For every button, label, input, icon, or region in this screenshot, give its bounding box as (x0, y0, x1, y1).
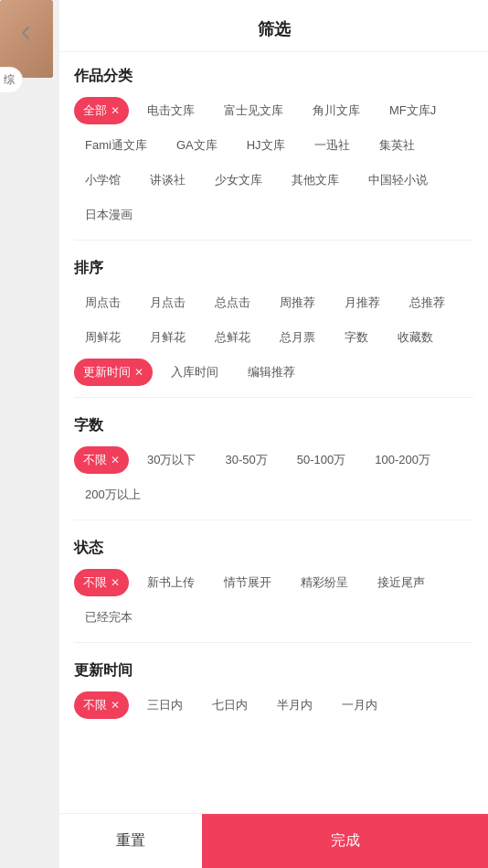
tag-入库时间[interactable]: 入库时间 (160, 359, 229, 386)
sort-tags: 周点击 月点击 总点击 周推荐 月推荐 总推荐 周鲜花 月鲜花 总鲜花 总月票 … (74, 289, 473, 386)
tag-时间不限[interactable]: 不限 ✕ (74, 691, 129, 719)
back-button[interactable] (9, 16, 42, 49)
tag-一月内[interactable]: 一月内 (331, 691, 388, 719)
status-title: 状态 (74, 539, 473, 558)
divider-4 (74, 642, 473, 643)
tag-角川文库[interactable]: 角川文库 (302, 97, 371, 124)
update-time-title: 更新时间 (74, 661, 473, 680)
tag-hj文库[interactable]: HJ文库 (236, 132, 296, 159)
tag-周鲜花[interactable]: 周鲜花 (74, 324, 132, 351)
tag-小学馆[interactable]: 小学馆 (74, 166, 132, 194)
tag-close-icon-3: ✕ (111, 454, 120, 466)
status-tags: 不限 ✕ 新书上传 情节展开 精彩纷呈 接近尾声 已经完本 (74, 569, 473, 631)
tag-月推荐[interactable]: 月推荐 (334, 289, 391, 316)
update-time-section: 更新时间 不限 ✕ 三日内 七日内 半月内 一月内 (74, 647, 473, 726)
tag-编辑推荐[interactable]: 编辑推荐 (237, 359, 306, 386)
tag-close-icon-2: ✕ (134, 366, 143, 379)
tag-close-icon-4: ✕ (111, 576, 120, 589)
update-time-tags: 不限 ✕ 三日内 七日内 半月内 一月内 (74, 691, 473, 719)
sort-title: 排序 (74, 259, 473, 278)
tag-周点击[interactable]: 周点击 (74, 289, 132, 316)
tag-中国轻小说[interactable]: 中国轻小说 (357, 166, 439, 194)
tag-半月内[interactable]: 半月内 (266, 691, 324, 719)
tag-一迅社[interactable]: 一迅社 (303, 132, 361, 159)
tag-少女文库[interactable]: 少女文库 (204, 166, 273, 194)
reset-button[interactable]: 重置 (59, 814, 202, 868)
tag-讲谈社[interactable]: 讲谈社 (139, 166, 196, 194)
tag-精彩纷呈[interactable]: 精彩纷呈 (290, 569, 359, 596)
tag-mf文库j[interactable]: MF文库J (378, 97, 447, 124)
tag-已经完本[interactable]: 已经完本 (74, 604, 143, 631)
tag-30万以下[interactable]: 30万以下 (136, 446, 207, 474)
sort-section: 排序 周点击 月点击 总点击 周推荐 月推荐 总推荐 周鲜花 月鲜花 总鲜花 总… (74, 244, 473, 393)
confirm-button[interactable]: 完成 (202, 814, 488, 868)
tag-30-50万[interactable]: 30-50万 (214, 446, 278, 474)
tag-日本漫画[interactable]: 日本漫画 (74, 201, 143, 229)
tag-月点击[interactable]: 月点击 (139, 289, 196, 316)
tag-字数不限[interactable]: 不限 ✕ (74, 446, 129, 474)
tag-接近尾声[interactable]: 接近尾声 (366, 569, 436, 596)
tag-富士见文库[interactable]: 富士见文库 (213, 97, 294, 124)
tab-label: 综 (4, 73, 15, 86)
tag-新书上传[interactable]: 新书上传 (136, 569, 206, 596)
tag-状态不限[interactable]: 不限 ✕ (74, 569, 129, 596)
tag-close-icon-5: ✕ (111, 699, 120, 712)
category-title: 作品分类 (74, 67, 473, 86)
tag-close-icon: ✕ (111, 104, 120, 117)
tag-七日内[interactable]: 七日内 (201, 691, 259, 719)
tag-100-200万[interactable]: 100-200万 (364, 446, 441, 474)
tag-收藏数[interactable]: 收藏数 (387, 324, 444, 351)
tag-50-100万[interactable]: 50-100万 (286, 446, 356, 474)
divider-1 (74, 240, 473, 241)
divider-2 (74, 397, 473, 398)
category-tags: 全部 ✕ 电击文库 富士见文库 角川文库 MF文库J Fami通文库 GA文库 … (74, 97, 473, 229)
tag-更新时间[interactable]: 更新时间 ✕ (74, 359, 153, 386)
wordcount-section: 字数 不限 ✕ 30万以下 30-50万 50-100万 100-200万 20… (74, 402, 473, 516)
wordcount-title: 字数 (74, 416, 473, 435)
tag-三日内[interactable]: 三日内 (136, 691, 194, 719)
tag-200万以上[interactable]: 200万以上 (74, 481, 152, 509)
panel-title: 筛选 (258, 20, 291, 38)
tag-电击文库[interactable]: 电击文库 (136, 97, 206, 124)
tag-总推荐[interactable]: 总推荐 (398, 289, 456, 316)
tag-月鲜花[interactable]: 月鲜花 (139, 324, 196, 351)
panel-footer: 重置 完成 (59, 813, 488, 868)
background-panel (0, 0, 59, 868)
category-section: 作品分类 全部 ✕ 电击文库 富士见文库 角川文库 MF文库J Fami通文库 … (74, 52, 473, 236)
tag-集英社[interactable]: 集英社 (368, 132, 426, 159)
tag-全部[interactable]: 全部 ✕ (74, 97, 129, 124)
filter-panel: 筛选 作品分类 全部 ✕ 电击文库 富士见文库 角川文库 MF文库J Fami通… (59, 0, 488, 868)
panel-header: 筛选 (59, 0, 488, 52)
tag-字数[interactable]: 字数 (334, 324, 379, 351)
tag-周推荐[interactable]: 周推荐 (269, 289, 326, 316)
tag-其他文库[interactable]: 其他文库 (281, 166, 350, 194)
tag-ga文库[interactable]: GA文库 (165, 132, 228, 159)
tag-fami通文库[interactable]: Fami通文库 (74, 132, 158, 159)
tag-情节展开[interactable]: 情节展开 (213, 569, 282, 596)
wordcount-tags: 不限 ✕ 30万以下 30-50万 50-100万 100-200万 200万以… (74, 446, 473, 509)
divider-3 (74, 520, 473, 520)
tag-总鲜花[interactable]: 总鲜花 (204, 324, 261, 351)
tag-总点击[interactable]: 总点击 (204, 289, 261, 316)
tag-总月票[interactable]: 总月票 (269, 324, 326, 351)
panel-content: 作品分类 全部 ✕ 电击文库 富士见文库 角川文库 MF文库J Fami通文库 … (59, 52, 488, 813)
status-section: 状态 不限 ✕ 新书上传 情节展开 精彩纷呈 接近尾声 已经完本 (74, 524, 473, 638)
